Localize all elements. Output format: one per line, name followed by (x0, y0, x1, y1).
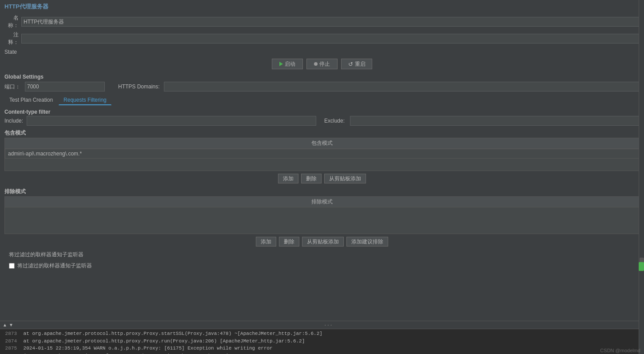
include-pattern-row: admin\-api\.macrozheng\.com.* (5, 149, 639, 159)
content-section: Content-type filter Include: Exclude: 包含… (0, 105, 644, 321)
include-label: Include: (4, 118, 23, 124)
include-input[interactable] (27, 116, 316, 126)
exclude-btns-row: 添加 删除 从剪贴板添加 添加建议排除 (4, 234, 640, 249)
exclude-input[interactable] (350, 116, 640, 126)
tabs-area: Test Plan Creation Requests Filtering (0, 92, 644, 105)
notify-section-label: 将过滤过的取样器通知子监听器 (4, 249, 640, 260)
stop-label: 停止 (319, 60, 330, 68)
exclude-delete-button[interactable]: 删除 (279, 237, 299, 247)
start-label: 启动 (285, 60, 295, 68)
port-label: 端口： (4, 83, 20, 91)
notify-row: 将过滤过的取样器通知子监听器 (4, 260, 640, 271)
state-row: State (0, 48, 644, 55)
log-line-2874: 2874 at org.apache.jmeter.protocol.http.… (3, 338, 641, 345)
include-btns-row: 添加 删除 从剪贴板添加 (4, 171, 640, 186)
include-delete-button[interactable]: 删除 (301, 174, 322, 183)
comment-label: 注释： (4, 31, 21, 46)
restart-button[interactable]: ↺ 重启 (341, 59, 372, 69)
exclude-patterns-area (4, 207, 640, 234)
log-dots: ··· (324, 322, 333, 328)
form-area: 名称： 注释： (0, 12, 644, 48)
name-input[interactable] (21, 17, 640, 27)
log-down-button[interactable]: ▼ (8, 322, 14, 327)
port-input[interactable] (25, 82, 105, 91)
comment-input[interactable] (21, 34, 640, 44)
play-icon (279, 62, 283, 66)
log-area: ▲ ▼ ··· 2873 at org.apache.jmeter.protoc… (0, 321, 644, 354)
include-exclude-row: Include: Exclude: (4, 116, 640, 126)
scrollbar[interactable] (639, 0, 644, 354)
log-line-2875: 2875 2024-01-15 22:35:19,354 WARN o.a.j.… (3, 345, 641, 352)
include-add-button[interactable]: 添加 (278, 174, 298, 183)
title-http: HTTP (4, 3, 20, 10)
state-label: State (4, 49, 17, 55)
stop-button[interactable]: 停止 (306, 59, 338, 69)
stop-icon (314, 62, 318, 66)
title-suffix: 代理服务器 (20, 3, 48, 10)
exclude-label: Exclude: (324, 118, 345, 124)
exclude-paste-button[interactable]: 从剪贴板添加 (302, 237, 344, 247)
tab-test-plan-creation[interactable]: Test Plan Creation (4, 95, 58, 105)
https-input[interactable] (164, 82, 640, 91)
include-patterns-area: admin\-api\.macrozheng\.com.* (4, 149, 640, 171)
content-type-filter-label: Content-type filter (4, 109, 640, 115)
tab-requests-filtering[interactable]: Requests Filtering (59, 95, 111, 105)
name-row: 名称： (4, 14, 640, 29)
restart-icon: ↺ (348, 61, 353, 68)
include-mode-header: 包含模式 (4, 138, 640, 149)
include-patterns-label: 包含模式 (4, 129, 640, 137)
start-button[interactable]: 启动 (272, 59, 303, 69)
notify-label: 将过滤过的取样器通知子监听器 (17, 262, 92, 270)
log-toolbar: ▲ ▼ ··· (0, 321, 644, 329)
scrollbar-accent (639, 262, 644, 271)
log-lines: 2873 at org.apache.jmeter.protocol.http.… (0, 329, 644, 354)
main-container: HTTP代理服务器 名称： 注释： State 启动 停止 ↺ 重启 Globa… (0, 0, 644, 354)
log-up-button[interactable]: ▲ (2, 322, 8, 327)
notify-section-title: 将过滤过的取样器通知子监听器 (9, 251, 83, 259)
https-label: HTTPS Domains: (118, 84, 159, 90)
log-line-2873: 2873 at org.apache.jmeter.protocol.http.… (3, 330, 641, 338)
include-paste-button[interactable]: 从剪贴板添加 (324, 174, 366, 183)
exclude-patterns-label: 排除模式 (4, 188, 640, 195)
exclude-suggest-button[interactable]: 添加建议排除 (346, 237, 388, 247)
page-title: HTTP代理服务器 (0, 0, 644, 12)
global-settings-row: 端口： HTTPS Domains: (0, 81, 644, 92)
restart-label: 重启 (355, 60, 366, 68)
exclude-add-button[interactable]: 添加 (256, 237, 276, 247)
log-line-2876: 2876 java.net.SocketException: Software … (3, 352, 641, 354)
watermark: CSDN @modelmd (600, 348, 640, 353)
comment-row: 注释： (4, 31, 640, 46)
name-label: 名称： (4, 14, 21, 29)
global-settings-label: Global Settings (0, 72, 644, 81)
notify-checkbox[interactable] (9, 263, 15, 269)
control-button-row: 启动 停止 ↺ 重启 (0, 55, 644, 72)
exclude-mode-header: 排除模式 (4, 196, 640, 207)
